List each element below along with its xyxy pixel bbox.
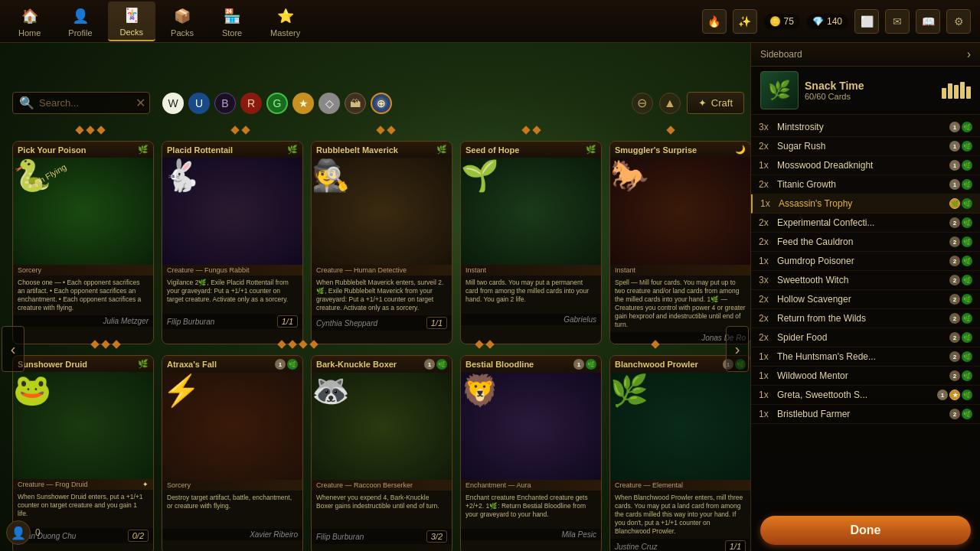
deck-details: Snack Time 60/60 Cards bbox=[805, 80, 864, 101]
filter-all[interactable]: ⊕ bbox=[371, 93, 392, 114]
top-row-decorations bbox=[12, 127, 738, 133]
filter-black[interactable]: B bbox=[214, 93, 236, 114]
card-bestial-bloodline[interactable]: Bestial Bloodline 1 🌿 🦁 Enchantment — Au… bbox=[460, 355, 602, 551]
expand-icon[interactable]: › bbox=[967, 47, 971, 61]
list-item-greta[interactable]: 1x Greta, Sweettooth S... 1 ★ 🌿 bbox=[751, 386, 980, 405]
list-item-mintstrosity[interactable]: 3x Mintstrosity 1 🌿 bbox=[751, 118, 980, 137]
bar-1 bbox=[942, 88, 946, 99]
diamond-deco bbox=[667, 126, 675, 134]
filter-blue[interactable]: U bbox=[188, 93, 210, 114]
filter-white[interactable]: W bbox=[162, 93, 184, 114]
list-item-assassins-trophy[interactable]: 1x Assassin's Trophy 🌿 🌿 bbox=[751, 194, 980, 214]
diamond-deco bbox=[651, 340, 659, 348]
card-blanchwood-prowler[interactable]: Blanchwood Prowler 1 🌿 🌿 Creature — Elem… bbox=[609, 355, 750, 551]
diamond-deco bbox=[475, 340, 483, 348]
mail-button[interactable]: ✉ bbox=[885, 9, 910, 34]
bar-3 bbox=[954, 85, 959, 99]
list-item-sweettooth[interactable]: 3x Sweettooth Witch 2 🌿 bbox=[751, 271, 980, 290]
card-art: 🌿 bbox=[610, 373, 750, 480]
list-item-sugar-rush[interactable]: 2x Sugar Rush 1 🌿 bbox=[751, 137, 980, 156]
sideboard-panel: Sideboard › 🌿 Snack Time 60/60 Cards 3x … bbox=[750, 43, 980, 551]
card-cost: 1 🌿 bbox=[573, 359, 596, 370]
card-placid-rottentail[interactable]: Placid Rottentail 🌿 🐇 Creature — Fungus … bbox=[162, 141, 303, 344]
clear-search-icon[interactable]: ✕ bbox=[136, 96, 145, 110]
deck-info: 🌿 Snack Time 60/60 Cards bbox=[751, 67, 980, 115]
craft-button[interactable]: ✦ Craft bbox=[687, 92, 744, 114]
filter-gold[interactable]: ★ bbox=[292, 93, 314, 114]
search-box[interactable]: 🔍 ✕ bbox=[12, 92, 150, 114]
nav-store[interactable]: 🏪 Store bbox=[209, 2, 255, 41]
card-art: 🐍 with Flying bbox=[13, 158, 153, 265]
card-art-icon: 🦁 bbox=[461, 373, 499, 407]
sparkle-button[interactable]: ✨ bbox=[733, 9, 757, 34]
card-cost: 1 🌿 bbox=[275, 359, 298, 370]
card-art: 🌱 bbox=[461, 158, 601, 265]
filter-land[interactable]: 🏔 bbox=[345, 93, 366, 114]
card-art-icon: ⚡ bbox=[162, 373, 201, 407]
user-area: 👤 0 bbox=[6, 520, 41, 545]
filter-green[interactable]: G bbox=[266, 93, 288, 114]
filter-icons: W U B R G ★ ◇ 🏔 ⊕ bbox=[162, 93, 392, 114]
nav-mastery[interactable]: ⭐ Mastery bbox=[258, 2, 312, 41]
window-button[interactable]: ⬜ bbox=[854, 9, 879, 34]
card-bark-knuckle-boxer[interactable]: Bark-Knuckle Boxer 1 🌿 🦝 Creature — Racc… bbox=[311, 355, 452, 551]
filter-toggle[interactable]: ⊖ bbox=[632, 93, 653, 114]
card-seed-of-hope[interactable]: Seed of Hope 🌿 🌱 Instant Mill two cards.… bbox=[460, 141, 602, 344]
top-cards-row: Pick Your Poison 🌿 🐍 with Flying Sorcery… bbox=[12, 141, 738, 344]
bar-2 bbox=[948, 83, 952, 99]
card-cost-symbol: 🌿 bbox=[138, 359, 149, 369]
bar-4 bbox=[960, 82, 965, 99]
card-art: ⚡ bbox=[162, 373, 302, 480]
diamond-deco bbox=[101, 340, 109, 348]
sort-button[interactable]: ▲ bbox=[659, 93, 681, 114]
card-art: 🐸 bbox=[13, 372, 153, 479]
list-item-gumdrop[interactable]: 1x Gumdrop Poisoner 2 🌿 bbox=[751, 252, 980, 271]
diamond-deco bbox=[485, 340, 494, 348]
nav-profile[interactable]: 👤 Profile bbox=[56, 2, 104, 41]
list-item-hollow-scavenger[interactable]: 2x Hollow Scavenger 2 🌿 bbox=[751, 290, 980, 309]
user-avatar[interactable]: 👤 bbox=[6, 520, 31, 545]
deck-portrait: 🌿 bbox=[760, 71, 799, 109]
card-cost-symbol: 🌿 bbox=[138, 145, 149, 155]
list-item-experimental[interactable]: 2x Experimental Confecti... 2 🌿 bbox=[751, 214, 980, 233]
filter-colorless[interactable]: ◇ bbox=[318, 93, 340, 114]
list-item-wildwood-mentor[interactable]: 1x Wildwood Mentor 2 🌿 bbox=[751, 367, 980, 386]
prev-page-arrow[interactable]: ‹ bbox=[2, 326, 24, 372]
top-navigation: 🏠 Home 👤 Profile 🃏 Decks 📦 Packs 🏪 Store… bbox=[0, 0, 980, 43]
deck-bars bbox=[942, 82, 971, 99]
list-item-bristlebud[interactable]: 1x Bristlebud Farmer 2 🌿 bbox=[751, 405, 980, 424]
decks-icon: 🃏 bbox=[121, 5, 142, 26]
card-rubblebelt-maverick[interactable]: Rubblebelt Maverick 🌿 🕵️ Creature — Huma… bbox=[311, 141, 452, 344]
gem-currency: 💎 140 bbox=[806, 14, 848, 29]
card-smugglers-surprise[interactable]: Smuggler's Surprise 🌙 🐎 Instant Spell — … bbox=[609, 141, 750, 344]
list-item-huntsman[interactable]: 1x The Huntsman's Rede... 2 🌿 bbox=[751, 347, 980, 367]
list-item-return-wilds[interactable]: 2x Return from the Wilds 2 🌿 bbox=[751, 309, 980, 328]
nav-home[interactable]: 🏠 Home bbox=[6, 2, 53, 41]
card-art: 🐇 bbox=[162, 158, 302, 265]
search-input[interactable] bbox=[39, 97, 131, 109]
list-item-mosswood[interactable]: 1x Mosswood Dreadknight 1 🌿 bbox=[751, 156, 980, 175]
settings-button[interactable]: ⚙ bbox=[946, 9, 971, 34]
nav-right: 🔥 ✨ 🪙 75 💎 140 ⬜ ✉ 📖 ⚙ bbox=[702, 9, 980, 34]
card-art-icon: 🌿 bbox=[610, 373, 648, 407]
main-area: 🔍 ✕ W U B R G ★ ◇ 🏔 ⊕ ⊖ ▲ ✦ Craft bbox=[0, 43, 750, 551]
diamond-deco bbox=[231, 126, 240, 134]
nav-packs[interactable]: 📦 Packs bbox=[158, 2, 206, 41]
bar-5 bbox=[966, 86, 971, 99]
card-art-icon: 🦝 bbox=[312, 373, 350, 407]
diamond-deco bbox=[387, 126, 395, 134]
card-art-icon: 🐎 bbox=[610, 158, 648, 192]
nav-decks[interactable]: 🃏 Decks bbox=[108, 2, 156, 41]
card-pick-your-poison[interactable]: Pick Your Poison 🌿 🐍 with Flying Sorcery… bbox=[12, 141, 154, 344]
list-item-spider-food[interactable]: 2x Spider Food 2 🌿 bbox=[751, 328, 980, 347]
list-item-feed-cauldron[interactable]: 2x Feed the Cauldron 2 🌿 bbox=[751, 233, 980, 252]
list-item-titanic-growth[interactable]: 2x Titanic Growth 1 🌿 bbox=[751, 175, 980, 194]
book-button[interactable]: 📖 bbox=[916, 9, 940, 34]
fire-button[interactable]: 🔥 bbox=[702, 9, 727, 34]
search-area: 🔍 ✕ W U B R G ★ ◇ 🏔 ⊕ bbox=[12, 92, 392, 114]
done-button[interactable]: Done bbox=[760, 516, 971, 545]
card-atraxas-fall[interactable]: Atraxa's Fall 1 🌿 ⚡ Sorcery Destroy targ… bbox=[162, 355, 303, 551]
next-page-arrow[interactable]: › bbox=[726, 326, 749, 372]
sideboard-header: Sideboard › bbox=[751, 43, 980, 67]
filter-red[interactable]: R bbox=[240, 93, 262, 114]
